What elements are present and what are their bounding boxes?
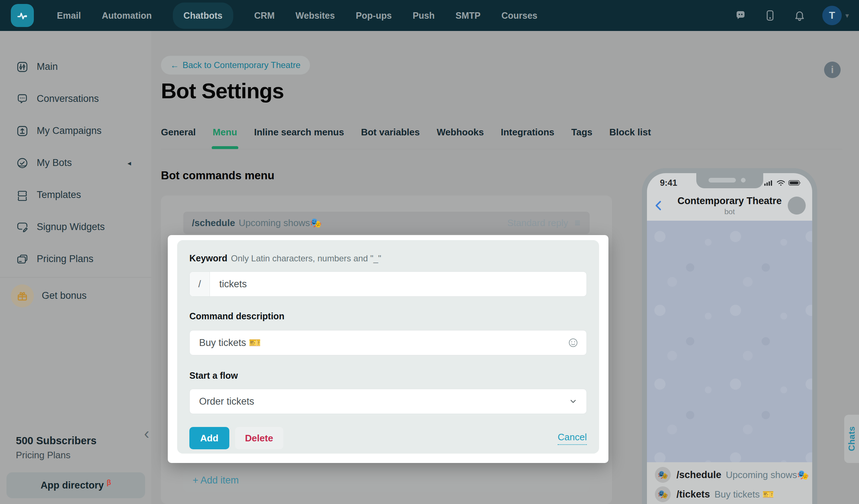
emoji-picker-icon[interactable]	[567, 337, 579, 348]
sidebar-item-label: My Campaigns	[37, 125, 102, 136]
keyword-help: Only Latin characters, numbers and "_"	[231, 253, 381, 264]
status-icons	[764, 180, 801, 186]
nav-item-chatbots[interactable]: Chatbots	[173, 3, 233, 29]
beta-badge: β	[107, 478, 111, 487]
command-keyword: /schedule	[192, 217, 235, 229]
menu-row-schedule: 🎭 /schedule Upcoming shows🎭	[647, 465, 812, 485]
command-description: Upcoming shows🎭	[239, 217, 321, 229]
tabs-divider	[161, 149, 842, 149]
mobile-app-icon[interactable]	[763, 9, 777, 22]
chat-title-block: Contemporary Theatre bot	[671, 195, 788, 216]
sidebar-item-label: Templates	[37, 189, 81, 201]
gift-icon	[11, 284, 34, 307]
keyword-input[interactable]	[210, 272, 586, 296]
add-button[interactable]: Add	[189, 427, 229, 449]
nav-item-popups[interactable]: Pop-ups	[356, 10, 392, 21]
theatre-masks-icon: 🎭	[655, 467, 671, 483]
nav-item-crm[interactable]: CRM	[254, 10, 275, 21]
edit-command-modal: Keyword Only Latin characters, numbers a…	[168, 235, 608, 463]
tab-bot-variables[interactable]: Bot variables	[361, 127, 420, 149]
battery-icon	[788, 180, 801, 186]
tab-block-list[interactable]: Block list	[610, 127, 651, 149]
layers-icon	[16, 189, 29, 202]
chat-subtitle: bot	[671, 207, 788, 216]
phone-screen: 9:41 Contemporary Theatre bot	[647, 173, 812, 504]
tab-general[interactable]: General	[161, 127, 196, 149]
tab-tags[interactable]: Tags	[571, 127, 593, 149]
modal-actions: Add Delete Cancel	[189, 427, 587, 449]
phone-preview: 9:41 Contemporary Theatre bot	[642, 168, 817, 504]
back-label: Back to Contemporary Theatre	[183, 60, 301, 70]
back-arrow-icon: ←	[170, 60, 179, 70]
caret-left-icon[interactable]: ◂	[127, 159, 131, 167]
chat-bubble-icon	[16, 93, 29, 105]
cancel-button[interactable]: Cancel	[558, 432, 587, 445]
sidebar-item-main[interactable]: Main	[0, 51, 151, 83]
sidebar-item-templates[interactable]: Templates	[0, 179, 151, 211]
flow-select[interactable]: Order tickets	[189, 389, 587, 414]
brand-logo[interactable]	[11, 4, 34, 27]
nav-item-email[interactable]: Email	[57, 10, 81, 21]
add-item-button[interactable]: + Add item	[183, 468, 590, 492]
credit-card-icon	[16, 253, 29, 266]
tab-inline-search-menus[interactable]: Inline search menus	[254, 127, 344, 149]
controls-icon	[16, 60, 29, 73]
chat-header: Contemporary Theatre bot	[647, 190, 812, 221]
app-root: Email Automation Chatbots CRM Websites P…	[0, 0, 859, 504]
nav-item-push[interactable]: Push	[413, 10, 435, 21]
sidebar-item-label: Get bonus	[42, 290, 87, 301]
account-menu[interactable]: T ▾	[822, 6, 849, 25]
menu-row-tickets: 🎭 /tickets Buy tickets 🎫	[647, 485, 812, 504]
caret-down-icon: ▾	[845, 11, 849, 20]
avatar: T	[822, 6, 842, 25]
sidebar-item-pricing-plans[interactable]: Pricing Plans	[0, 243, 151, 275]
sidebar-item-signup-widgets[interactable]: Signup Widgets	[0, 211, 151, 243]
command-row-schedule[interactable]: /schedule Upcoming shows🎭 Standard reply	[183, 212, 590, 234]
flow-label: Start a flow	[189, 370, 238, 381]
bot-menu-preview: 🎭 /schedule Upcoming shows🎭 🎭 /tickets B…	[647, 462, 812, 504]
sidebar-item-label: Signup Widgets	[37, 221, 105, 233]
chats-tab-label: Chats	[847, 426, 857, 451]
sidebar-item-label: Main	[37, 61, 58, 72]
keyword-label: Keyword	[189, 253, 228, 264]
chevron-left-icon	[653, 199, 671, 212]
chats-side-tab[interactable]: Chats	[844, 415, 859, 463]
delete-button[interactable]: Delete	[235, 427, 283, 449]
nav-item-smtp[interactable]: SMTP	[455, 10, 480, 21]
chat-background	[647, 221, 812, 462]
menu-description: Buy tickets 🎫	[715, 489, 774, 500]
nav-item-websites[interactable]: Websites	[296, 10, 335, 21]
pricing-plans-link[interactable]: Pricing Plans	[16, 450, 96, 461]
tab-integrations[interactable]: Integrations	[501, 127, 554, 149]
sidebar-nav: Main Conversations My Campaigns My Bots	[0, 31, 151, 312]
sidebar-item-conversations[interactable]: Conversations	[0, 83, 151, 115]
back-link[interactable]: ←Back to Contemporary Theatre	[161, 56, 310, 75]
drag-handle-icon[interactable]	[574, 220, 581, 226]
signal-icon	[764, 180, 773, 186]
tab-menu[interactable]: Menu	[213, 127, 237, 149]
description-label: Command description	[189, 311, 284, 321]
top-navbar: Email Automation Chatbots CRM Websites P…	[0, 0, 859, 31]
menu-command: /schedule	[676, 469, 721, 480]
add-item-label: + Add item	[193, 475, 239, 486]
menu-command: /tickets	[676, 489, 710, 500]
tab-webhooks[interactable]: Webhooks	[437, 127, 484, 149]
nav-item-courses[interactable]: Courses	[502, 10, 538, 21]
primary-nav: Email Automation Chatbots CRM Websites P…	[57, 3, 538, 29]
sidebar-collapse-icon[interactable]: ‹	[144, 426, 149, 441]
notifications-bell-icon[interactable]	[793, 9, 806, 22]
sidebar-item-my-campaigns[interactable]: My Campaigns	[0, 115, 151, 147]
app-directory-button[interactable]: App directory β	[6, 472, 145, 498]
sidebar-item-get-bonus[interactable]: Get bonus	[0, 280, 151, 312]
description-input[interactable]	[189, 330, 587, 355]
support-chat-icon[interactable]	[734, 9, 747, 22]
chat-title: Contemporary Theatre	[671, 195, 788, 207]
wifi-icon	[776, 180, 786, 186]
info-icon[interactable]: i	[824, 62, 841, 78]
sidebar: Main Conversations My Campaigns My Bots	[0, 31, 151, 504]
page-title: Bot Settings	[161, 78, 284, 103]
sidebar-item-my-bots[interactable]: My Bots ◂	[0, 147, 151, 179]
menu-description: Upcoming shows🎭	[726, 469, 809, 480]
command-reply-type: Standard reply	[507, 217, 568, 229]
nav-item-automation[interactable]: Automation	[102, 10, 152, 21]
